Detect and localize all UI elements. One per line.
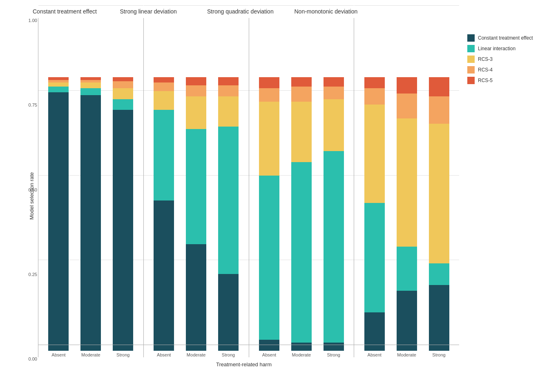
bar-segment-3-1-2 [397, 118, 417, 247]
bar-segment-0-0-1 [48, 87, 69, 92]
bar-segment-1-1-3 [186, 85, 206, 96]
bar-segment-2-1-3 [291, 87, 312, 102]
bar-group-2-0: Absent [257, 77, 281, 357]
facet-3: AbsentModerateStrong [354, 18, 459, 357]
bar-segment-0-2-3 [113, 81, 133, 88]
bar-segment-2-1-0 [291, 343, 312, 351]
legend-swatch-3 [467, 66, 475, 74]
bar-group-0-1: Moderate [78, 77, 103, 357]
stacked-bar-0-1 [80, 77, 101, 351]
bar-group-0-2: Strong [111, 77, 135, 357]
facet-titles-row: Constant treatment effectStrong linear d… [29, 8, 541, 15]
legend-label-4: RCS-5 [478, 78, 493, 83]
facet-0: AbsentModerateStrong [38, 18, 143, 357]
bar-segment-2-0-3 [259, 88, 279, 102]
bar-segment-2-0-4 [259, 77, 279, 88]
bar-group-2-1: Moderate [289, 77, 314, 357]
bar-group-1-2: Strong [216, 77, 241, 357]
facet-title-1: Strong linear deviation [116, 8, 203, 15]
bar-segment-0-0-3 [48, 80, 69, 83]
bar-segment-3-1-0 [397, 291, 417, 351]
stacked-bar-3-2 [429, 77, 449, 351]
facet-2: AbsentModerateStrong [249, 18, 354, 357]
legend-swatch-4 [467, 77, 475, 84]
stacked-bar-1-0 [154, 77, 174, 351]
bar-segment-0-1-4 [80, 77, 101, 80]
bar-segment-0-0-2 [48, 82, 69, 87]
facet-bars-1: AbsentModerateStrong [144, 18, 249, 357]
bar-segment-1-2-4 [218, 77, 239, 85]
bar-label-1-0: Absent [157, 352, 171, 357]
bar-label-3-0: Absent [368, 352, 382, 357]
bar-segment-1-0-1 [154, 110, 174, 200]
bar-label-0-1: Moderate [81, 352, 100, 357]
facet-bars-2: AbsentModerateStrong [249, 18, 354, 357]
bar-label-2-0: Absent [262, 352, 276, 357]
stacked-bar-1-2 [218, 77, 239, 351]
bar-segment-1-0-4 [154, 77, 174, 82]
bar-label-2-2: Strong [327, 352, 340, 357]
bar-segment-3-2-2 [429, 124, 449, 263]
bar-segment-2-1-4 [291, 77, 312, 87]
bar-segment-3-0-2 [364, 105, 385, 203]
bar-segment-2-1-2 [291, 102, 312, 162]
bar-group-1-0: Absent [152, 77, 176, 357]
bar-segment-3-2-3 [429, 96, 449, 124]
bar-segment-1-2-1 [218, 127, 239, 274]
legend-swatch-1 [467, 45, 475, 52]
bar-segment-2-2-1 [324, 151, 344, 343]
bar-segment-2-0-2 [259, 102, 279, 176]
facet-bars-3: AbsentModerateStrong [354, 18, 459, 357]
bar-segment-3-0-1 [364, 203, 385, 312]
facets-area: 0.000.250.500.751.00 AbsentModerateStron… [38, 18, 459, 374]
bar-segment-0-2-0 [113, 110, 133, 351]
legend-label-2: RCS-3 [478, 56, 493, 62]
stacked-bar-0-2 [113, 77, 133, 351]
bar-segment-1-0-2 [154, 91, 174, 110]
y-axis-label: Model selection rate [29, 18, 35, 374]
facet-bars-0: AbsentModerateStrong [38, 18, 143, 357]
bar-label-1-1: Moderate [187, 352, 205, 357]
bar-segment-3-1-3 [397, 94, 417, 118]
bar-segment-0-0-4 [48, 77, 69, 80]
bar-segment-2-0-1 [259, 176, 279, 340]
stacked-bar-2-1 [291, 77, 312, 351]
bar-label-1-2: Strong [222, 352, 235, 357]
bar-segment-2-2-4 [324, 77, 344, 87]
legend-label-0: Constant treatment effect [478, 35, 533, 41]
bar-segment-2-2-0 [324, 343, 344, 351]
bar-label-3-2: Strong [432, 352, 445, 357]
facet-title-2: Strong quadratic deviation [203, 8, 290, 15]
bar-segment-0-2-1 [113, 99, 133, 110]
legend-label-1: Linear interaction [478, 46, 516, 51]
charts-and-legend: 0.000.250.500.751.00 AbsentModerateStron… [38, 18, 541, 374]
bar-group-1-1: Moderate [184, 77, 208, 357]
bar-segment-1-2-3 [218, 85, 239, 96]
bar-segment-3-2-1 [429, 263, 449, 285]
bar-label-0-0: Absent [51, 352, 65, 357]
bar-segment-3-0-3 [364, 88, 385, 105]
bar-segment-1-0-0 [154, 200, 174, 351]
chart-body: Model selection rate 0.000.250.500.751.0… [29, 18, 541, 374]
bar-segment-3-1-1 [397, 247, 417, 290]
stacked-bar-3-0 [364, 77, 385, 351]
facet-title-0: Constant treatment effect [29, 8, 116, 15]
stacked-bar-1-1 [186, 77, 206, 351]
bar-group-3-2: Strong [427, 77, 451, 357]
bar-segment-0-1-3 [80, 80, 101, 83]
bar-segment-1-1-4 [186, 77, 206, 85]
bar-segment-0-1-1 [80, 88, 101, 95]
stacked-bar-0-0 [48, 77, 69, 351]
bar-group-2-2: Strong [321, 77, 346, 357]
bar-group-3-0: Absent [362, 77, 387, 357]
bar-segment-3-1-4 [397, 77, 417, 94]
bar-label-2-1: Moderate [292, 352, 311, 357]
bar-segment-2-1-1 [291, 162, 312, 343]
stacked-bar-3-1 [397, 77, 417, 351]
bar-label-3-1: Moderate [397, 352, 416, 357]
bar-segment-3-2-0 [429, 285, 449, 351]
legend-item-1: Linear interaction [467, 45, 541, 52]
stacked-bar-2-0 [259, 77, 279, 351]
bar-segment-1-1-0 [186, 244, 206, 351]
legend-item-0: Constant treatment effect [467, 34, 541, 42]
